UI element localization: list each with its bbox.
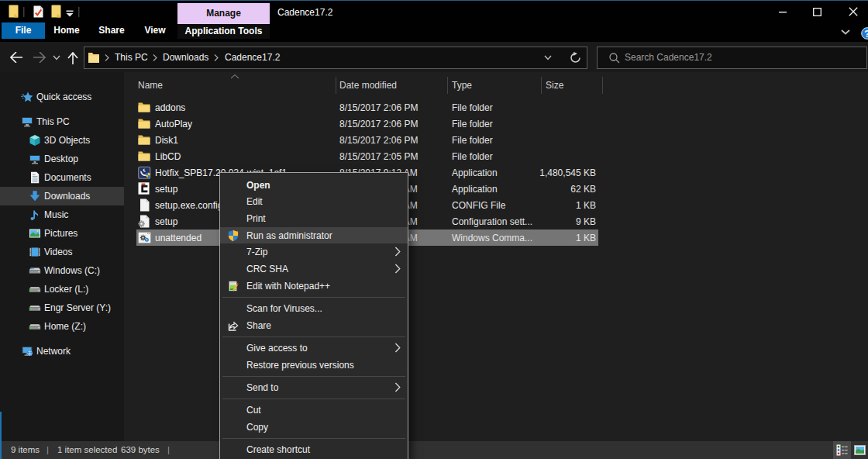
svg-text:?: ? [864, 29, 868, 40]
